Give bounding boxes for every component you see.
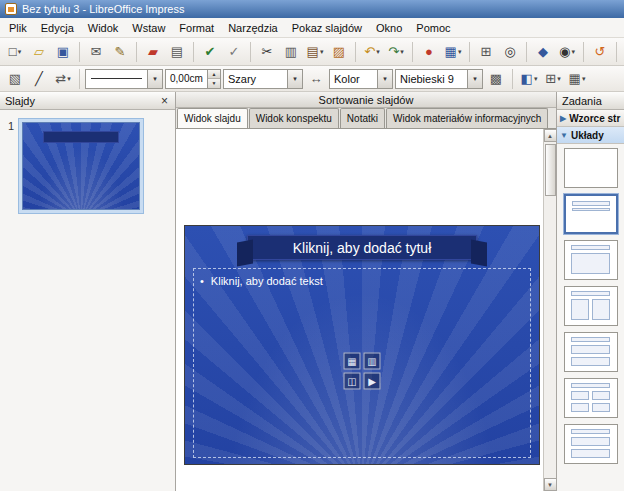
export-pdf-icon[interactable]: ▰: [142, 41, 164, 63]
print-icon[interactable]: ▤: [166, 41, 188, 63]
reload-glyph: ↺: [595, 45, 606, 58]
gradient-glyph: ◧: [521, 72, 533, 85]
slide-thumbnail[interactable]: [22, 122, 140, 210]
layout-title-text[interactable]: [564, 240, 618, 280]
line-style-combobox[interactable]: ▾: [85, 69, 163, 89]
helplines-icon[interactable]: ▦▾: [566, 68, 588, 90]
standard-toolbar: □▾▱▣✉✎▰▤✔✓✂▥▤▾▨↶▾↷▾●▦▾⊞◎◆◉▾↺▩▾▧▾: [0, 38, 624, 66]
tab-notes-view[interactable]: Notatki: [340, 108, 385, 128]
email-document-icon[interactable]: ✉: [85, 41, 107, 63]
content-placeholder[interactable]: • Kliknij, aby dodać tekst ▦ ▥ ◫ ▶: [193, 268, 531, 458]
zoom-icon[interactable]: ◎: [499, 41, 521, 63]
open-document-icon[interactable]: ▱: [28, 41, 50, 63]
arrow-style-icon[interactable]: ⇄▾: [52, 68, 74, 90]
dropdown-arrow-icon[interactable]: ▾: [147, 70, 162, 88]
scrollbar-thumb[interactable]: [545, 144, 556, 196]
dropdown-arrow-icon[interactable]: ▾: [467, 70, 482, 88]
line-icon[interactable]: ╱: [28, 68, 50, 90]
tab-outline-view[interactable]: Widok konspektu: [249, 108, 339, 128]
menu-item-insert[interactable]: Wstaw: [125, 19, 172, 37]
layout-title-content-2[interactable]: [564, 424, 618, 464]
line-color-value: Szary: [224, 73, 287, 85]
slide-thumbnail-selection[interactable]: [18, 118, 144, 214]
section-layouts-label: Układy: [571, 130, 604, 141]
slides-panel-header: Slajdy ×: [0, 92, 175, 110]
swap-colors-glyph: ↔: [310, 72, 323, 85]
cut-icon[interactable]: ✂: [256, 41, 278, 63]
copy-icon[interactable]: ▥: [280, 41, 302, 63]
auto-spellcheck-icon[interactable]: ✓: [223, 41, 245, 63]
menu-item-format[interactable]: Format: [172, 19, 221, 37]
paste-icon[interactable]: ▤▾: [304, 41, 326, 63]
edit-file-icon[interactable]: ✎: [109, 41, 131, 63]
menu-item-view[interactable]: Widok: [81, 19, 126, 37]
line-width-value: 0,00cm: [166, 70, 207, 88]
menu-item-slideshow[interactable]: Pokaz slajdów: [285, 19, 369, 37]
layout-title-two-rows[interactable]: [564, 332, 618, 372]
slide-thumbnail-entry[interactable]: 1: [0, 110, 175, 222]
layout-region: [571, 437, 611, 446]
layout-two-content[interactable]: [564, 286, 618, 326]
redo-icon[interactable]: ↷▾: [385, 41, 407, 63]
menu-item-edit[interactable]: Edycja: [34, 19, 81, 37]
undo-icon[interactable]: ↶▾: [361, 41, 383, 63]
show-grid-glyph: ⊞: [481, 45, 492, 58]
spin-down-icon[interactable]: ▼: [208, 78, 220, 88]
area-color-combobox[interactable]: Niebieski 9▾: [395, 69, 483, 89]
navigator-icon[interactable]: ◆: [532, 41, 554, 63]
line-color-combobox[interactable]: Szary▾: [223, 69, 303, 89]
title-placeholder[interactable]: Kliknij, aby dodać tytuł: [247, 235, 477, 260]
line-width-spinner[interactable]: 0,00cm▲▼: [165, 69, 221, 89]
snap-grid-icon[interactable]: ⊞▾: [542, 68, 564, 90]
area-color-value: Niebieski 9: [396, 73, 467, 85]
scroll-down-button[interactable]: ▼: [544, 478, 557, 491]
menu-item-tools[interactable]: Narzędzia: [221, 19, 285, 37]
layout-four-content[interactable]: [564, 378, 618, 418]
insert-chart-icon[interactable]: ▥: [364, 352, 381, 369]
clone-formatting-icon[interactable]: ▨: [328, 41, 350, 63]
tab-slide-view[interactable]: Widok slajdu: [177, 108, 248, 129]
shadow-icon[interactable]: ▩: [485, 68, 507, 90]
hyperlink-icon[interactable]: ●: [418, 41, 440, 63]
edit-points-icon[interactable]: ▧: [4, 68, 26, 90]
dropdown-arrow-icon: ▾: [534, 75, 538, 83]
layout-blank[interactable]: [564, 148, 618, 188]
area-style-combobox[interactable]: Kolor▾: [329, 69, 393, 89]
insert-media-icon[interactable]: ▶: [364, 372, 381, 389]
slides-panel: Slajdy × 1: [0, 92, 176, 491]
save-document-icon[interactable]: ▣: [52, 41, 74, 63]
new-document-icon[interactable]: □▾: [4, 41, 26, 63]
menu-item-window[interactable]: Okno: [369, 19, 409, 37]
insert-image-icon[interactable]: ◫: [344, 372, 361, 389]
dropdown-arrow-icon[interactable]: ▾: [287, 70, 302, 88]
dropdown-arrow-icon: ▾: [67, 75, 71, 83]
dropdown-arrow-icon[interactable]: ▾: [377, 70, 392, 88]
show-grid-icon[interactable]: ⊞: [475, 41, 497, 63]
layout-region: [571, 403, 590, 412]
spin-up-icon[interactable]: ▲: [208, 70, 220, 79]
insert-table-icon[interactable]: ▦▾: [442, 41, 464, 63]
title-placeholder-text: Kliknij, aby dodać tytuł: [293, 240, 432, 256]
area-style-value: Kolor: [330, 73, 377, 85]
slide-sorter-header: Sortowanie slajdów: [176, 92, 556, 108]
reload-icon[interactable]: ↺: [589, 41, 611, 63]
menu-item-file[interactable]: Plik: [2, 19, 34, 37]
close-icon[interactable]: ×: [159, 94, 170, 108]
menu-item-help[interactable]: Pomoc: [409, 19, 457, 37]
section-layouts[interactable]: ▼ Układy: [557, 127, 624, 144]
line-width-spin-buttons: ▲▼: [207, 70, 220, 88]
toolbar-separator: [469, 42, 470, 62]
toolbar-separator: [193, 42, 194, 62]
section-master-pages[interactable]: ▶ Wzorce str: [557, 110, 624, 127]
spellcheck-icon[interactable]: ✔: [199, 41, 221, 63]
tab-handout-view[interactable]: Widok materiałów informacyjnych: [386, 108, 548, 128]
scroll-up-button[interactable]: ▲: [544, 129, 557, 142]
swap-colors-icon[interactable]: ↔: [305, 68, 327, 90]
insert-table-icon[interactable]: ▦: [344, 352, 361, 369]
layout-title-content[interactable]: [564, 194, 618, 234]
slide-canvas[interactable]: Kliknij, aby dodać tytuł • Kliknij, aby …: [184, 225, 540, 465]
redo-glyph: ↷: [388, 45, 399, 58]
find-replace-icon[interactable]: ◉▾: [556, 41, 578, 63]
vertical-scrollbar[interactable]: ▲ ▼: [543, 129, 556, 491]
gradient-icon[interactable]: ◧▾: [518, 68, 540, 90]
